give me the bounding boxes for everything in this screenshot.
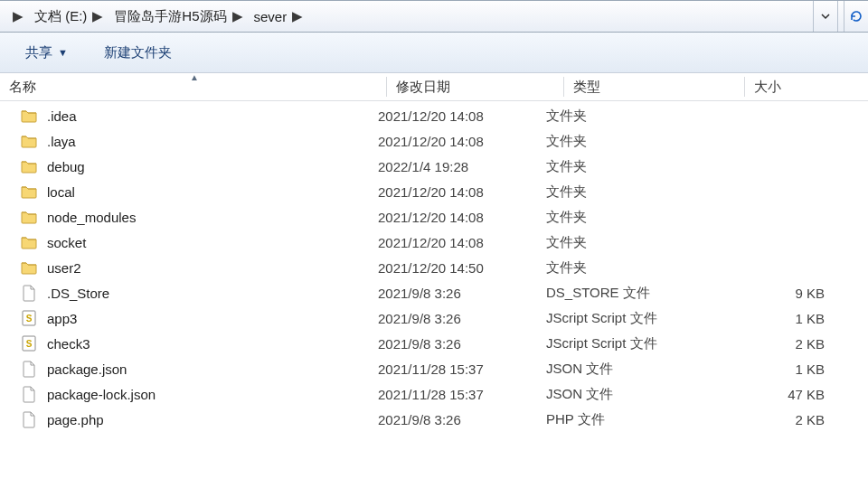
- file-row[interactable]: Scheck32021/9/8 3:26JScript Script 文件2 K…: [0, 331, 868, 356]
- toolbar: 共享 ▼ 新建文件夹: [0, 33, 868, 73]
- cell-date: 2022/1/4 19:28: [378, 159, 546, 174]
- file-name: package-lock.json: [47, 387, 156, 402]
- cell-size: 1 KB: [718, 361, 868, 377]
- cell-name: debug: [20, 157, 378, 175]
- breadcrumb[interactable]: ▶文档 (E:)▶冒险岛手游H5源码▶sever▶: [0, 1, 813, 32]
- svg-text:S: S: [26, 314, 33, 324]
- cell-date: 2021/12/20 14:08: [378, 184, 546, 200]
- file-row[interactable]: .DS_Store2021/9/8 3:26DS_STORE 文件9 KB: [0, 280, 868, 305]
- file-row[interactable]: .laya2021/12/20 14:08文件夹: [0, 128, 868, 154]
- breadcrumb-item[interactable]: 文档 (E:)▶: [27, 1, 107, 32]
- address-dropdown-button[interactable]: [813, 1, 837, 32]
- file-row[interactable]: package.json2021/11/28 15:37JSON 文件1 KB: [0, 356, 868, 381]
- chevron-right-icon: ▶: [232, 8, 243, 24]
- cell-type: 文件夹: [546, 158, 718, 175]
- cell-date: 2021/12/20 14:08: [378, 134, 546, 149]
- cell-size: 2 KB: [718, 412, 868, 427]
- file-name: check3: [47, 336, 90, 352]
- column-header-date[interactable]: 修改日期: [387, 73, 564, 100]
- cell-date: 2021/12/20 14:08: [378, 235, 546, 250]
- breadcrumb-item[interactable]: sever▶: [247, 1, 307, 32]
- cell-date: 2021/11/28 15:37: [378, 361, 546, 377]
- refresh-button[interactable]: [844, 1, 868, 32]
- folder-icon: [20, 208, 38, 226]
- file-row[interactable]: .idea2021/12/20 14:08文件夹: [0, 103, 868, 128]
- folder-icon: [20, 183, 38, 201]
- cell-name: node_modules: [20, 208, 378, 226]
- new-folder-button[interactable]: 新建文件夹: [104, 44, 172, 61]
- chevron-right-icon: ▶: [292, 8, 303, 24]
- cell-type: 文件夹: [546, 133, 718, 150]
- folder-icon: [20, 132, 38, 150]
- cell-date: 2021/11/28 15:37: [378, 387, 546, 402]
- cell-type: 文件夹: [546, 259, 718, 277]
- column-header-type[interactable]: 类型: [564, 73, 745, 100]
- folder-icon: [20, 157, 38, 175]
- file-row[interactable]: user22021/12/20 14:50文件夹: [0, 255, 868, 280]
- file-row[interactable]: page.php2021/9/8 3:26PHP 文件2 KB: [0, 407, 868, 432]
- file-name: .idea: [47, 108, 77, 124]
- chevron-right-icon: ▶: [92, 8, 103, 24]
- file-row[interactable]: Sapp32021/9/8 3:26JScript Script 文件1 KB: [0, 305, 868, 331]
- cell-date: 2021/12/20 14:50: [378, 260, 546, 276]
- file-row[interactable]: local2021/12/20 14:08文件夹: [0, 179, 868, 204]
- address-bar-controls: [813, 1, 868, 32]
- new-folder-label: 新建文件夹: [104, 44, 172, 61]
- column-header-size[interactable]: 大小: [745, 73, 868, 100]
- cell-type: JSON 文件: [546, 386, 718, 403]
- cell-name: package-lock.json: [20, 385, 378, 403]
- file-name: .DS_Store: [47, 286, 109, 301]
- cell-type: JSON 文件: [546, 361, 718, 378]
- cell-name: page.php: [20, 410, 378, 428]
- column-headers: ▲ 名称 修改日期 类型 大小: [0, 73, 868, 101]
- cell-type: JScript Script 文件: [546, 310, 718, 327]
- cell-name: package.json: [20, 360, 378, 378]
- cell-date: 2021/9/8 3:26: [378, 336, 546, 352]
- file-name: node_modules: [47, 210, 136, 225]
- file-name: local: [47, 184, 75, 200]
- cell-name: .DS_Store: [20, 284, 378, 302]
- breadcrumb-label: sever: [254, 9, 288, 24]
- cell-type: PHP 文件: [546, 411, 718, 428]
- file-name: app3: [47, 311, 77, 326]
- folder-icon: [20, 233, 38, 251]
- cell-size: 9 KB: [718, 286, 868, 301]
- file-row[interactable]: package-lock.json2021/11/28 15:37JSON 文件…: [0, 381, 868, 407]
- js-icon: S: [20, 309, 38, 327]
- file-icon: [20, 410, 38, 428]
- cell-name: socket: [20, 233, 378, 251]
- cell-type: 文件夹: [546, 108, 718, 125]
- file-name: debug: [47, 159, 85, 174]
- breadcrumb-sep: ▶: [0, 1, 27, 32]
- js-icon: S: [20, 334, 38, 352]
- cell-name: Scheck3: [20, 334, 378, 352]
- cell-name: local: [20, 183, 378, 201]
- address-separator: [837, 1, 844, 32]
- file-row[interactable]: debug2022/1/4 19:28文件夹: [0, 154, 868, 179]
- cell-name: user2: [20, 258, 378, 277]
- column-header-name[interactable]: 名称: [0, 73, 387, 100]
- breadcrumb-item[interactable]: 冒险岛手游H5源码▶: [107, 1, 246, 32]
- cell-type: 文件夹: [546, 209, 718, 226]
- file-name: .laya: [47, 134, 76, 149]
- file-list: .idea2021/12/20 14:08文件夹.laya2021/12/20 …: [0, 101, 868, 432]
- cell-type: JScript Script 文件: [546, 335, 718, 352]
- cell-date: 2021/9/8 3:26: [378, 412, 546, 427]
- cell-size: 1 KB: [718, 311, 868, 326]
- file-name: socket: [47, 235, 86, 250]
- share-label: 共享: [25, 44, 52, 61]
- breadcrumb-label: 冒险岛手游H5源码: [114, 8, 226, 25]
- cell-name: .laya: [20, 132, 378, 150]
- file-row[interactable]: node_modules2021/12/20 14:08文件夹: [0, 204, 868, 230]
- share-menu[interactable]: 共享 ▼: [25, 44, 68, 61]
- cell-type: 文件夹: [546, 234, 718, 251]
- cell-name: .idea: [20, 107, 378, 125]
- file-icon: [20, 385, 38, 403]
- cell-date: 2021/9/8 3:26: [378, 311, 546, 326]
- cell-name: Sapp3: [20, 309, 378, 327]
- file-icon: [20, 284, 38, 302]
- cell-size: 2 KB: [718, 336, 868, 352]
- cell-date: 2021/9/8 3:26: [378, 286, 546, 301]
- file-icon: [20, 360, 38, 378]
- file-row[interactable]: socket2021/12/20 14:08文件夹: [0, 230, 868, 255]
